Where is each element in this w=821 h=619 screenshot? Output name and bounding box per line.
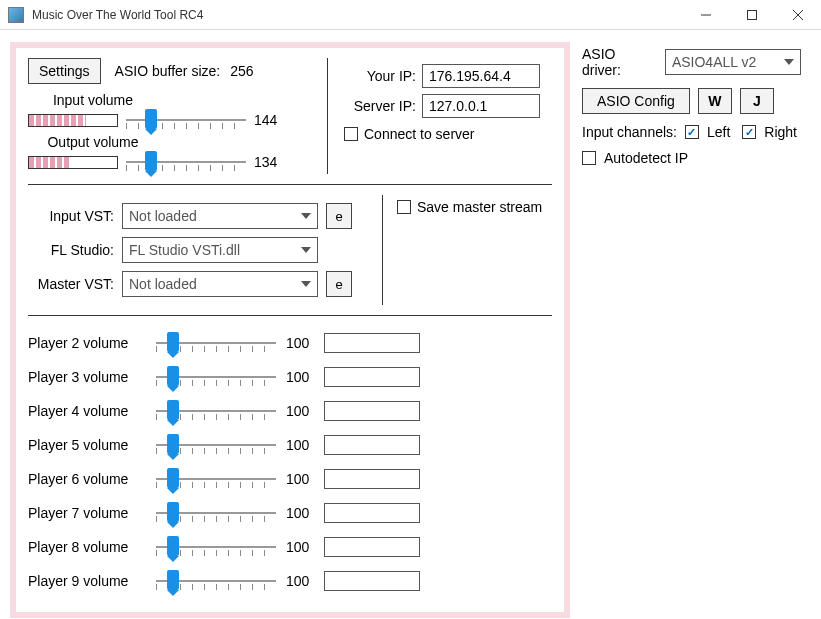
player-volume-value: 100 xyxy=(286,539,314,555)
connect-checkbox[interactable] xyxy=(344,127,358,141)
autodetect-ip-label: Autodetect IP xyxy=(604,150,688,166)
player-volume-slider[interactable] xyxy=(156,569,276,593)
player-row: Player 5 volume100 xyxy=(28,428,552,462)
players-section: Player 2 volume100Player 3 volume100Play… xyxy=(28,316,552,598)
maximize-button[interactable] xyxy=(729,0,775,30)
asio-driver-label: ASIO driver: xyxy=(582,46,657,78)
minimize-button[interactable] xyxy=(683,0,729,30)
right-panel: ASIO driver: ASIO4ALL v2 ASIO Config W J… xyxy=(582,42,811,618)
save-master-label: Save master stream xyxy=(417,199,542,215)
player-volume-slider[interactable] xyxy=(156,501,276,525)
autodetect-ip-checkbox[interactable] xyxy=(582,151,596,165)
player-name-input[interactable] xyxy=(324,537,420,557)
player-row: Player 3 volume100 xyxy=(28,360,552,394)
input-channels-label: Input channels: xyxy=(582,124,677,140)
player-volume-label: Player 8 volume xyxy=(28,539,146,555)
fl-studio-value: FL Studio VSTi.dll xyxy=(129,242,240,258)
your-ip-input[interactable] xyxy=(422,64,540,88)
player-volume-value: 100 xyxy=(286,335,314,351)
fl-studio-label: FL Studio: xyxy=(28,242,114,258)
chevron-down-icon xyxy=(301,247,311,253)
window-title: Music Over The World Tool RC4 xyxy=(32,8,683,22)
settings-button[interactable]: Settings xyxy=(28,58,101,84)
chevron-down-icon xyxy=(301,213,311,219)
left-channel-label: Left xyxy=(707,124,730,140)
input-vu-meter xyxy=(28,114,118,127)
chevron-down-icon xyxy=(784,59,794,65)
player-name-input[interactable] xyxy=(324,503,420,523)
player-row: Player 9 volume100 xyxy=(28,564,552,598)
master-vst-label: Master VST: xyxy=(28,276,114,292)
input-vst-value: Not loaded xyxy=(129,208,197,224)
output-volume-slider[interactable] xyxy=(126,150,246,174)
close-button[interactable] xyxy=(775,0,821,30)
player-name-input[interactable] xyxy=(324,571,420,591)
titlebar: Music Over The World Tool RC4 xyxy=(0,0,821,30)
player-volume-label: Player 2 volume xyxy=(28,335,146,351)
master-vst-value: Not loaded xyxy=(129,276,197,292)
input-volume-value: 144 xyxy=(254,112,288,128)
app-icon xyxy=(8,7,24,23)
server-ip-label: Server IP: xyxy=(344,98,416,114)
player-volume-slider[interactable] xyxy=(156,535,276,559)
output-volume-label: Output volume xyxy=(28,134,158,150)
player-name-input[interactable] xyxy=(324,435,420,455)
player-name-input[interactable] xyxy=(324,401,420,421)
asio-buffer-value: 256 xyxy=(230,63,253,79)
player-volume-label: Player 9 volume xyxy=(28,573,146,589)
w-button[interactable]: W xyxy=(698,88,732,114)
player-row: Player 6 volume100 xyxy=(28,462,552,496)
output-volume-value: 134 xyxy=(254,154,288,170)
player-row: Player 7 volume100 xyxy=(28,496,552,530)
player-volume-label: Player 6 volume xyxy=(28,471,146,487)
player-name-input[interactable] xyxy=(324,367,420,387)
connect-label: Connect to server xyxy=(364,126,475,142)
asio-config-button[interactable]: ASIO Config xyxy=(582,88,690,114)
asio-driver-value: ASIO4ALL v2 xyxy=(672,54,756,70)
player-volume-slider[interactable] xyxy=(156,467,276,491)
player-volume-slider[interactable] xyxy=(156,433,276,457)
j-button[interactable]: J xyxy=(740,88,774,114)
player-row: Player 2 volume100 xyxy=(28,326,552,360)
input-vst-combo[interactable]: Not loaded xyxy=(122,203,318,229)
your-ip-label: Your IP: xyxy=(344,68,416,84)
left-channel-checkbox[interactable] xyxy=(685,125,699,139)
player-volume-slider[interactable] xyxy=(156,365,276,389)
right-channel-checkbox[interactable] xyxy=(742,125,756,139)
asio-buffer-label: ASIO buffer size: xyxy=(115,63,221,79)
server-ip-input[interactable] xyxy=(422,94,540,118)
player-row: Player 8 volume100 xyxy=(28,530,552,564)
player-name-input[interactable] xyxy=(324,333,420,353)
player-name-input[interactable] xyxy=(324,469,420,489)
master-vst-combo[interactable]: Not loaded xyxy=(122,271,318,297)
output-vu-meter xyxy=(28,156,118,169)
player-volume-label: Player 3 volume xyxy=(28,369,146,385)
input-volume-label: Input volume xyxy=(28,92,158,108)
player-row: Player 4 volume100 xyxy=(28,394,552,428)
master-vst-edit-button[interactable]: e xyxy=(326,271,352,297)
input-vst-edit-button[interactable]: e xyxy=(326,203,352,229)
player-volume-slider[interactable] xyxy=(156,399,276,423)
player-volume-value: 100 xyxy=(286,437,314,453)
input-vst-label: Input VST: xyxy=(28,208,114,224)
main-panel: Settings ASIO buffer size: 256 Input vol… xyxy=(10,42,570,618)
player-volume-label: Player 5 volume xyxy=(28,437,146,453)
chevron-down-icon xyxy=(301,281,311,287)
player-volume-value: 100 xyxy=(286,573,314,589)
player-volume-value: 100 xyxy=(286,403,314,419)
asio-driver-combo[interactable]: ASIO4ALL v2 xyxy=(665,49,801,75)
player-volume-value: 100 xyxy=(286,471,314,487)
fl-studio-combo[interactable]: FL Studio VSTi.dll xyxy=(122,237,318,263)
player-volume-label: Player 7 volume xyxy=(28,505,146,521)
save-master-checkbox[interactable] xyxy=(397,200,411,214)
input-volume-slider[interactable] xyxy=(126,108,246,132)
right-channel-label: Right xyxy=(764,124,797,140)
svg-rect-1 xyxy=(748,10,757,19)
player-volume-slider[interactable] xyxy=(156,331,276,355)
player-volume-label: Player 4 volume xyxy=(28,403,146,419)
player-volume-value: 100 xyxy=(286,369,314,385)
player-volume-value: 100 xyxy=(286,505,314,521)
